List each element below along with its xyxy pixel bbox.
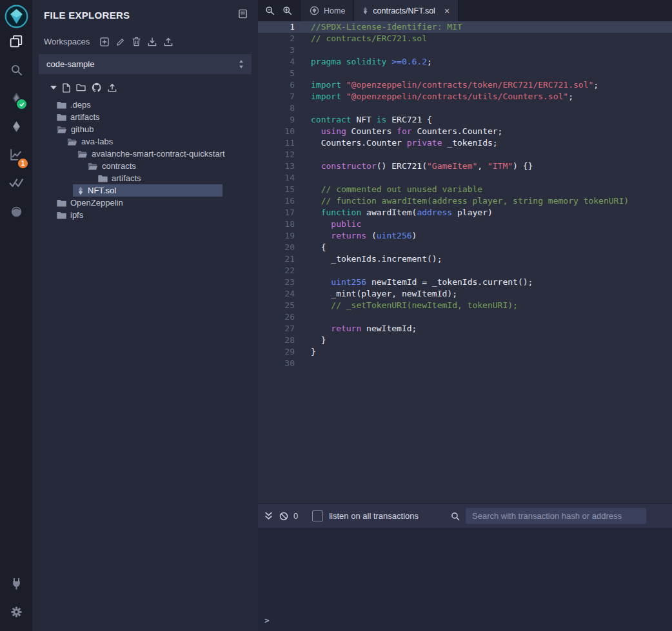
line-number[interactable]: 28 [258,335,308,346]
code-line-23[interactable]: 23 uint256 newItemId = _tokenIds.current… [258,277,672,288]
line-number[interactable]: 1 [258,21,308,33]
line-number[interactable]: 11 [258,137,308,149]
terminal-search-input[interactable] [466,508,646,524]
tree-item-contracts[interactable]: contracts [32,160,258,172]
sidebar-item-deploy-run[interactable] [0,113,32,142]
line-number[interactable]: 9 [258,114,308,126]
sidebar-item-plugin-manager[interactable] [0,570,32,599]
github-icon[interactable] [92,83,102,93]
line-number[interactable]: 3 [258,44,308,56]
sidebar-item-settings[interactable] [0,599,32,627]
sidebar-item-plugin-circle[interactable] [0,199,32,227]
code-line-3[interactable]: 3 [258,44,672,56]
tree-item-avalanche-smart-contract-quickstart[interactable]: avalanche-smart-contract-quickstart [32,148,258,160]
line-number[interactable]: 4 [258,56,308,68]
line-number[interactable]: 30 [258,358,308,369]
sidebar-item-analytics[interactable]: 1 [0,142,32,170]
publish-icon[interactable] [108,83,117,92]
zoom-in-button[interactable] [279,0,296,21]
workspace-select[interactable]: code-sample [39,54,252,74]
line-number[interactable]: 10 [258,126,308,137]
code-editor[interactable]: 1//SPDX-License-Identifier: MIT2// contr… [258,21,672,503]
delete-workspace-icon[interactable] [132,37,141,46]
code-line-28[interactable]: 28 } [258,335,672,346]
code-line-9[interactable]: 9contract NFT is ERC721 { [258,114,672,126]
line-number[interactable]: 21 [258,253,308,265]
code-line-1[interactable]: 1//SPDX-License-Identifier: MIT [258,21,672,33]
line-number[interactable]: 23 [258,277,308,288]
line-number[interactable]: 12 [258,149,308,160]
code-line-11[interactable]: 11 Counters.Counter private _tokenIds; [258,137,672,149]
line-number[interactable]: 13 [258,160,308,172]
new-file-icon[interactable] [63,83,70,93]
code-line-26[interactable]: 26 [258,311,672,323]
code-line-21[interactable]: 21 _tokenIds.increment(); [258,253,672,265]
line-number[interactable]: 19 [258,230,308,242]
expand-terminal-icon[interactable] [264,512,273,520]
line-number[interactable]: 16 [258,195,308,207]
code-line-25[interactable]: 25 // _setTokenURI(newItemId, tokenURI); [258,300,672,311]
tree-item-artifacts[interactable]: artifacts [32,172,258,184]
line-number[interactable]: 27 [258,323,308,335]
line-number[interactable]: 15 [258,184,308,195]
code-line-7[interactable]: 7import "@openzeppelin/contracts/utils/C… [258,91,672,102]
line-number[interactable]: 6 [258,79,308,91]
code-line-5[interactable]: 5 [258,68,672,79]
line-number[interactable]: 7 [258,91,308,102]
code-line-12[interactable]: 12 [258,149,672,160]
line-number[interactable]: 14 [258,172,308,184]
code-line-6[interactable]: 6import "@openzeppelin/contracts/token/E… [258,79,672,91]
sidebar-item-unit-testing[interactable] [0,170,32,199]
line-number[interactable]: 17 [258,207,308,218]
tree-item-artifacts[interactable]: artifacts [32,111,258,123]
code-line-24[interactable]: 24 _mint(player, newItemId); [258,288,672,300]
code-line-29[interactable]: 29} [258,346,672,358]
tree-item-github[interactable]: github [32,123,258,135]
sidebar-item-file-explorer[interactable] [0,28,32,57]
tree-item-openzeppelin[interactable]: OpenZeppelin [32,197,258,209]
tree-item-ava-labs[interactable]: ava-labs [32,135,258,148]
code-line-22[interactable]: 22 [258,265,672,277]
code-line-20[interactable]: 20 { [258,242,672,253]
remix-logo[interactable] [5,5,28,28]
line-number[interactable]: 8 [258,102,308,114]
tree-item-ipfs[interactable]: ipfs [32,209,258,221]
line-number[interactable]: 24 [258,288,308,300]
terminal[interactable]: > [258,528,672,631]
close-tab-icon[interactable]: × [444,6,450,15]
code-line-15[interactable]: 15 // commented out unused variable [258,184,672,195]
sidebar-item-solidity-compiler[interactable] [0,85,32,113]
new-folder-icon[interactable] [76,84,86,92]
code-line-10[interactable]: 10 using Counters for Counters.Counter; [258,126,672,137]
line-number[interactable]: 5 [258,68,308,79]
code-line-13[interactable]: 13 constructor() ERC721("GameItem", "ITM… [258,160,672,172]
code-line-27[interactable]: 27 return newItemId; [258,323,672,335]
line-number[interactable]: 22 [258,265,308,277]
line-number[interactable]: 26 [258,311,308,323]
code-line-14[interactable]: 14 [258,172,672,184]
line-number[interactable]: 2 [258,33,308,44]
code-line-17[interactable]: 17 function awardItem(address player) [258,207,672,218]
code-line-30[interactable]: 30 [258,358,672,369]
line-number[interactable]: 20 [258,242,308,253]
code-line-18[interactable]: 18 public [258,218,672,230]
collapse-tree-icon[interactable] [50,86,57,90]
line-number[interactable]: 18 [258,218,308,230]
listen-transactions-checkbox[interactable] [312,510,323,521]
code-line-16[interactable]: 16 // function awardItem(address player,… [258,195,672,207]
panel-menu-icon[interactable] [238,9,248,21]
sidebar-item-search[interactable] [0,57,32,85]
download-workspace-icon[interactable] [148,37,157,46]
code-line-19[interactable]: 19 returns (uint256) [258,230,672,242]
tab-home[interactable]: Home [301,0,354,21]
clear-console-icon[interactable] [279,512,288,521]
code-line-2[interactable]: 2// contracts/ERC721.sol [258,33,672,44]
restore-workspace-icon[interactable] [164,37,173,46]
tree-item-nft-sol[interactable]: NFT.sol [32,184,222,197]
code-line-4[interactable]: 4pragma solidity >=0.6.2; [258,56,672,68]
create-workspace-icon[interactable] [100,37,109,46]
rename-workspace-icon[interactable] [116,37,125,46]
tree-item--deps[interactable]: .deps [32,99,258,111]
line-number[interactable]: 25 [258,300,308,311]
zoom-out-button[interactable] [261,0,279,21]
